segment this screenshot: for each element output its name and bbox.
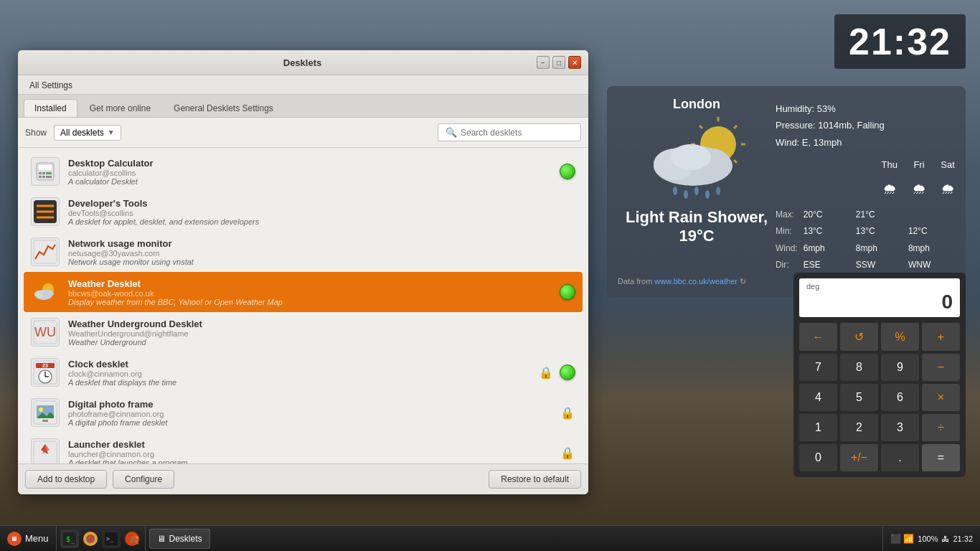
desklet-item-clock[interactable]: 23 Clock desklet clock@cinnamon.org A de… bbox=[24, 352, 583, 392]
weather-icon-area: London bbox=[618, 97, 776, 245]
calc-btn-divide[interactable]: ÷ bbox=[922, 414, 960, 441]
menu-icon bbox=[7, 532, 22, 546]
calc-btn-backspace[interactable]: ← bbox=[799, 323, 837, 351]
calc-btn-multiply[interactable]: × bbox=[922, 384, 960, 411]
clock-widget: 21:32 bbox=[834, 14, 966, 69]
show-dropdown[interactable]: All desklets ▼ bbox=[54, 125, 121, 141]
desklet-info-photoframe: Digital photo frame photoframe@cinnamon.… bbox=[68, 399, 551, 427]
desklet-info-netusage: Network usage monitor netusage@30yavash.… bbox=[68, 238, 575, 266]
desklet-item-weather[interactable]: Weather Desklet bbcws@oak-wood.co.uk Dis… bbox=[24, 272, 583, 312]
calc-btn-percent[interactable]: % bbox=[881, 323, 919, 351]
weather-top: London bbox=[618, 97, 955, 273]
calc-btn-equals[interactable]: = bbox=[922, 444, 960, 471]
desklet-info-launcher: Launcher desklet launcher@cinnamon.org A… bbox=[68, 439, 551, 464]
desklet-item-wunderground[interactable]: WU Weather Underground Desklet WeatherUn… bbox=[24, 312, 583, 352]
calc-btn-reset[interactable]: ↺ bbox=[840, 323, 878, 351]
calc-btn-9[interactable]: 9 bbox=[881, 354, 919, 381]
taskbar-app-icon-terminal2[interactable]: >_ bbox=[102, 529, 121, 548]
calc-btn-6[interactable]: 6 bbox=[881, 384, 919, 411]
calculator-value: 0 bbox=[806, 291, 953, 314]
desklet-item-calculator[interactable]: Desktop Calculator calculator@scollins A… bbox=[24, 151, 583, 192]
window-controls: − □ ✕ bbox=[537, 56, 581, 69]
search-input[interactable] bbox=[461, 128, 573, 138]
taskbar-tray: ⬛ 📶 100% 🖧 21:32 bbox=[882, 526, 980, 551]
lock-icon-launcher: 🔒 bbox=[560, 445, 575, 461]
weather-forecast: Thu 🌧 Fri 🌧 Sat 🌧 bbox=[776, 156, 955, 201]
window-titlebar: Desklets − □ ✕ bbox=[18, 50, 588, 75]
taskbar-app-icon-cinnamon[interactable]: 🍂 bbox=[123, 529, 141, 548]
calc-btn-3[interactable]: 3 bbox=[881, 414, 919, 441]
desklet-item-netusage[interactable]: Network usage monitor netusage@30yavash.… bbox=[24, 232, 583, 272]
desklet-icon-netusage bbox=[31, 237, 60, 266]
weather-pressure: Pressure: 1014mb, Falling bbox=[776, 117, 955, 133]
svg-point-13 bbox=[694, 187, 699, 195]
calc-btn-7[interactable]: 7 bbox=[799, 354, 837, 381]
taskbar-app-icon-terminal[interactable]: $_ bbox=[60, 529, 79, 548]
desklet-item-launcher[interactable]: Launcher desklet launcher@cinnamon.org A… bbox=[24, 433, 583, 463]
desklet-toggle-weather[interactable] bbox=[560, 284, 575, 300]
taskbar-window-desklets[interactable]: 🖥 Desklets bbox=[149, 529, 210, 549]
svg-point-15 bbox=[716, 187, 720, 195]
svg-rect-19 bbox=[42, 172, 45, 174]
svg-text:>_: >_ bbox=[106, 536, 113, 542]
show-label: Show bbox=[25, 128, 47, 138]
calculator-widget: deg 0 ← ↺ % + 7 8 9 − 4 5 6 × 1 2 3 ÷ 0 … bbox=[793, 273, 966, 477]
desklet-icon-photoframe bbox=[31, 398, 60, 427]
chevron-down-icon: ▼ bbox=[108, 128, 115, 136]
desklet-info-devtools: Developer's Tools devTools@scollins A de… bbox=[68, 198, 575, 226]
desklet-toggle-clock[interactable] bbox=[560, 364, 575, 380]
svg-point-14 bbox=[705, 190, 710, 199]
calc-btn-plus[interactable]: + bbox=[922, 323, 960, 351]
calc-btn-1[interactable]: 1 bbox=[799, 414, 837, 441]
desklet-toggle-calculator[interactable] bbox=[560, 164, 575, 179]
svg-line-5 bbox=[699, 126, 702, 128]
calculator-display: deg 0 bbox=[799, 278, 960, 317]
desklet-icon-launcher bbox=[31, 438, 60, 463]
desklet-icon-devtools bbox=[31, 197, 60, 226]
calc-btn-minus[interactable]: − bbox=[922, 354, 960, 381]
calc-btn-5[interactable]: 5 bbox=[840, 384, 878, 411]
window-menubar: All Settings bbox=[18, 75, 588, 95]
calc-btn-0[interactable]: 0 bbox=[799, 444, 837, 471]
window-tabs: Installed Get more online General Deskle… bbox=[18, 95, 588, 118]
calc-btn-dot[interactable]: . bbox=[881, 444, 919, 471]
window-minimize-button[interactable]: − bbox=[537, 56, 550, 69]
window-close-button[interactable]: ✕ bbox=[568, 56, 581, 69]
svg-line-4 bbox=[734, 160, 737, 163]
svg-point-12 bbox=[684, 190, 688, 199]
configure-button[interactable]: Configure bbox=[113, 470, 174, 489]
add-to-desktop-button[interactable]: Add to desktop bbox=[25, 470, 107, 489]
calc-btn-4[interactable]: 4 bbox=[799, 384, 837, 411]
svg-point-11 bbox=[673, 187, 677, 195]
calc-btn-8[interactable]: 8 bbox=[840, 354, 878, 381]
calculator-buttons: ← ↺ % + 7 8 9 − 4 5 6 × 1 2 3 ÷ 0 +/− . … bbox=[799, 323, 960, 471]
tab-general-settings[interactable]: General Desklets Settings bbox=[163, 99, 284, 117]
desklet-icon-wunderground: WU bbox=[31, 318, 60, 347]
forecast-fri: Fri 🌧 bbox=[912, 156, 926, 201]
svg-rect-20 bbox=[46, 172, 52, 174]
desklet-info-weather: Weather Desklet bbcws@oak-wood.co.uk Dis… bbox=[68, 278, 551, 306]
desklet-item-devtools[interactable]: Developer's Tools devTools@scollins A de… bbox=[24, 192, 583, 232]
taskbar-app-icon-firefox[interactable] bbox=[81, 529, 100, 548]
window-toolbar: Show All desklets ▼ 🔍 bbox=[18, 118, 588, 148]
taskbar-menu-label: Menu bbox=[25, 533, 49, 544]
tab-installed[interactable]: Installed bbox=[24, 99, 77, 117]
taskbar-apps: $_ >_ 🍂 bbox=[57, 526, 146, 551]
restore-to-default-button[interactable]: Restore to default bbox=[489, 470, 581, 489]
tab-get-more[interactable]: Get more online bbox=[79, 99, 161, 117]
desklet-item-photoframe[interactable]: Digital photo frame photoframe@cinnamon.… bbox=[24, 392, 583, 433]
svg-line-2 bbox=[734, 126, 737, 128]
window-footer: Add to desktop Configure Restore to defa… bbox=[18, 463, 588, 494]
svg-point-10 bbox=[671, 144, 711, 170]
forecast-sat: Sat 🌧 bbox=[941, 156, 955, 201]
svg-rect-17 bbox=[39, 165, 52, 170]
tray-battery: 100% bbox=[918, 534, 938, 543]
all-settings-button[interactable]: All Settings bbox=[24, 78, 78, 93]
calc-btn-2[interactable]: 2 bbox=[840, 414, 878, 441]
svg-text:23: 23 bbox=[42, 363, 48, 368]
calc-btn-plusminus[interactable]: +/− bbox=[840, 444, 878, 471]
window-maximize-button[interactable]: □ bbox=[552, 56, 565, 69]
lock-icon-photoframe: 🔒 bbox=[560, 405, 575, 420]
desklet-info-clock: Clock desklet clock@cinnamon.org A deskl… bbox=[68, 359, 529, 387]
taskbar-menu-button[interactable]: Menu bbox=[0, 526, 57, 551]
